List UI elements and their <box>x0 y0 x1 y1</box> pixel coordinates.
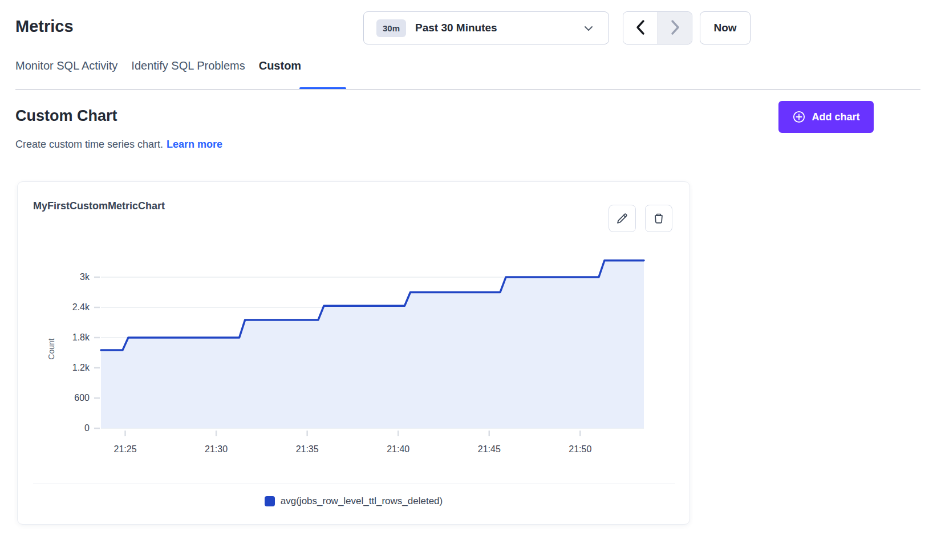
svg-text:21:40: 21:40 <box>387 444 409 454</box>
chevron-left-icon <box>635 19 646 37</box>
svg-text:Count: Count <box>47 338 56 359</box>
metrics-page: Metrics 30m Past 30 Minutes Now Monitor … <box>0 0 941 560</box>
svg-text:1.8k: 1.8k <box>72 332 90 342</box>
time-series-chart-area[interactable]: 06001.2k1.8k2.4k3k21:2521:3021:3521:4021… <box>18 234 691 457</box>
svg-text:2.4k: 2.4k <box>72 302 90 312</box>
section-heading: Custom Chart <box>15 107 117 125</box>
chevron-down-icon <box>583 25 594 35</box>
metrics-tabs: Monitor SQL Activity Identify SQL Proble… <box>15 59 301 87</box>
svg-text:600: 600 <box>74 393 90 403</box>
chevron-right-icon <box>670 19 681 37</box>
time-range-dropdown[interactable]: 30m Past 30 Minutes <box>363 11 609 44</box>
pencil-icon <box>615 212 629 225</box>
add-chart-label: Add chart <box>812 111 859 123</box>
chart-legend: avg(jobs_row_level_ttl_rows_deleted) <box>18 496 689 507</box>
next-time-button[interactable] <box>658 12 692 44</box>
tab-identify-sql-problems[interactable]: Identify SQL Problems <box>131 59 245 87</box>
svg-text:21:30: 21:30 <box>205 444 228 454</box>
time-range-label: Past 30 Minutes <box>415 22 497 34</box>
trash-icon <box>652 212 666 225</box>
page-title: Metrics <box>15 17 74 36</box>
time-range-badge: 30m <box>376 19 406 37</box>
plus-circle-icon <box>792 110 806 124</box>
add-chart-button[interactable]: Add chart <box>778 101 874 133</box>
now-button[interactable]: Now <box>700 11 751 44</box>
delete-chart-button[interactable] <box>645 205 672 232</box>
svg-text:21:25: 21:25 <box>114 444 137 454</box>
previous-time-button[interactable] <box>623 12 658 44</box>
custom-chart-card: MyFirstCustomMetricChart <box>17 181 690 525</box>
svg-text:0: 0 <box>84 423 90 433</box>
chart-title: MyFirstCustomMetricChart <box>33 200 165 212</box>
svg-text:21:35: 21:35 <box>296 444 319 454</box>
tabs-divider <box>15 89 920 90</box>
edit-chart-button[interactable] <box>609 205 636 232</box>
chart-actions <box>609 205 672 232</box>
legend-series-label: avg(jobs_row_level_ttl_rows_deleted) <box>281 496 443 507</box>
time-step-controls <box>623 11 692 44</box>
tab-custom[interactable]: Custom <box>259 59 301 87</box>
legend-color-swatch <box>265 496 275 506</box>
section-description: Create custom time series chart.Learn mo… <box>15 139 222 151</box>
legend-separator <box>33 484 675 484</box>
svg-text:21:45: 21:45 <box>478 444 501 454</box>
learn-more-link[interactable]: Learn more <box>167 139 222 150</box>
tab-monitor-sql-activity[interactable]: Monitor SQL Activity <box>15 59 117 87</box>
svg-text:21:50: 21:50 <box>569 444 591 454</box>
svg-text:1.2k: 1.2k <box>72 363 90 372</box>
svg-text:3k: 3k <box>80 272 90 282</box>
